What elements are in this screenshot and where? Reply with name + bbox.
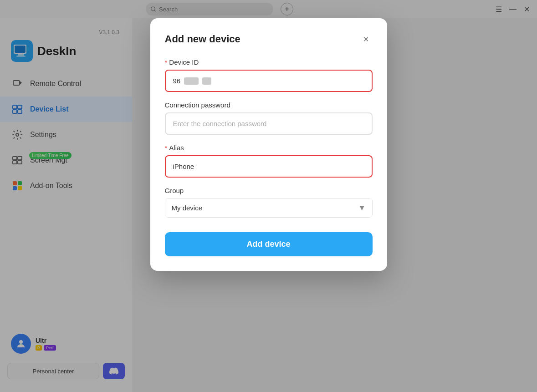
add-device-modal: Add new device × * Device ID 96 Connecti… — [150, 18, 387, 271]
add-device-button[interactable]: Add device — [165, 232, 373, 256]
group-select-wrapper: My device Work Personal ▼ — [165, 198, 373, 218]
group-label: Group — [165, 187, 373, 194]
connection-password-field-wrapper — [165, 112, 373, 135]
device-id-label: * Device ID — [165, 58, 373, 66]
modal-header: Add new device × — [165, 33, 373, 46]
device-id-field-wrapper: 96 — [165, 70, 373, 92]
modal-title: Add new device — [165, 33, 240, 45]
alias-field-wrapper — [165, 155, 373, 178]
alias-label: * Alias — [165, 144, 373, 152]
alias-group: * Alias — [165, 144, 373, 178]
device-id-input-display[interactable]: 96 — [167, 71, 371, 90]
device-id-value: 96 — [173, 77, 181, 85]
modal-overlay: Add new device × * Device ID 96 Connecti… — [0, 0, 537, 392]
device-id-required-marker: * — [165, 58, 168, 66]
alias-input[interactable] — [167, 157, 371, 176]
device-id-group: * Device ID 96 — [165, 58, 373, 92]
modal-close-button[interactable]: × — [360, 33, 373, 46]
connection-password-group: Connection password — [165, 101, 373, 135]
group-select[interactable]: My device Work Personal — [165, 199, 372, 217]
connection-password-input[interactable] — [167, 114, 371, 133]
group-group: Group My device Work Personal ▼ — [165, 187, 373, 218]
alias-required-marker: * — [165, 144, 168, 152]
connection-password-label: Connection password — [165, 101, 373, 109]
device-id-masked-2 — [202, 77, 211, 85]
device-id-masked-1 — [184, 77, 199, 85]
